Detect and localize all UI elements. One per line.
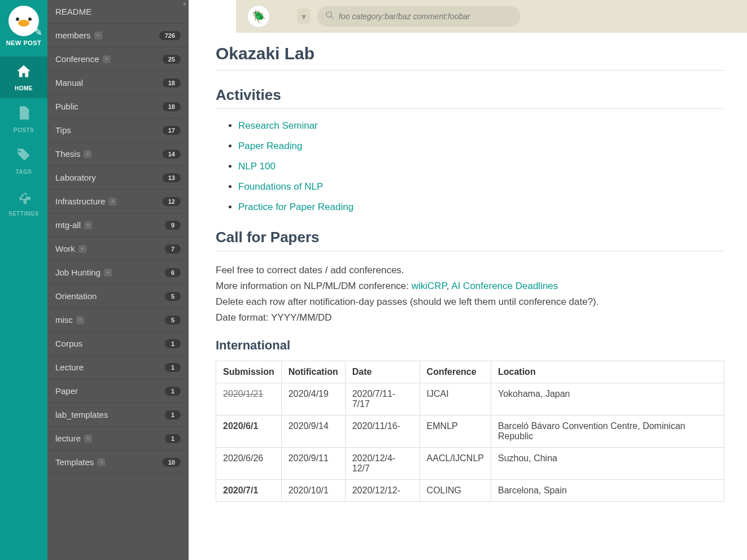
category-name: Paper	[55, 386, 78, 396]
plus-icon: +	[78, 245, 86, 253]
nav-label: TAGS	[15, 169, 32, 175]
wikicrp-link[interactable]: wikiCRP	[412, 281, 447, 291]
topbar: 🪲 ▾	[236, 0, 747, 33]
team-dropdown[interactable]: ▾	[297, 8, 311, 24]
category-item[interactable]: Paper 1	[47, 379, 189, 403]
ai-deadlines-link[interactable]: AI Conference Deadlines	[451, 281, 558, 291]
home-icon	[16, 63, 32, 83]
cell-location: Suzhou, China	[491, 448, 724, 480]
cfp-heading: Call for Papers	[216, 229, 724, 246]
category-name: Infrastructure +	[55, 196, 116, 206]
count-badge: 12	[163, 197, 181, 206]
tags-icon	[16, 147, 32, 167]
category-item[interactable]: Public 18	[47, 95, 189, 119]
scroll-up-arrow: ▲	[182, 0, 187, 6]
count-badge: 726	[159, 31, 181, 40]
count-badge: 14	[163, 150, 181, 159]
cfp-text-3: Delete each row after notification-day p…	[216, 294, 724, 310]
category-item[interactable]: members +726	[47, 24, 189, 47]
count-badge: 1	[165, 339, 181, 348]
category-name: Work +	[55, 244, 86, 253]
activity-link[interactable]: Paper Reading	[238, 141, 302, 151]
category-item[interactable]: Templates +10	[47, 450, 189, 474]
activity-item: Practice for Paper Reading	[238, 202, 724, 213]
category-name: Job Hunting +	[55, 268, 112, 277]
pencil-icon: ✎	[34, 26, 42, 38]
nav-label: SETTINGS	[8, 211, 39, 217]
plus-icon: +	[76, 316, 84, 324]
plus-icon: +	[104, 269, 112, 277]
category-item[interactable]: Manual 18	[47, 71, 189, 95]
table-row: 2020/6/1 2020/9/14 2020/11/16- EMNLP Bar…	[216, 415, 724, 448]
category-item[interactable]: lab_templates 1	[47, 403, 189, 427]
category-item[interactable]: Conference +25	[47, 47, 189, 71]
cell-notification: 2020/9/14	[281, 415, 345, 448]
category-name: Public	[55, 102, 78, 111]
table-header: Location	[491, 361, 724, 383]
nav-home[interactable]: HOME	[0, 56, 47, 98]
table-row: 2020/7/1 2020/10/1 2020/12/12- COLING Ba…	[216, 480, 724, 502]
search-icon	[325, 11, 334, 22]
category-item[interactable]: Lecture 1	[47, 356, 189, 379]
nav-posts[interactable]: POSTS	[0, 98, 47, 140]
category-item[interactable]: Thesis +14	[47, 142, 189, 166]
count-badge: 1	[165, 434, 181, 443]
table-header: Conference	[420, 361, 491, 383]
category-item[interactable]: misc +5	[47, 308, 189, 332]
category-item[interactable]: lecture +1	[47, 427, 189, 450]
cell-submission: 2020/6/26	[216, 448, 282, 480]
category-item[interactable]: mtg-all +9	[47, 213, 189, 237]
search-wrap[interactable]	[317, 6, 521, 27]
category-item[interactable]: Laboratory 13	[47, 166, 189, 190]
plus-icon: +	[84, 221, 92, 229]
table-header: Notification	[281, 361, 345, 383]
table-row: 2020/6/26 2020/9/11 2020/12/4-12/7 AACL/…	[216, 448, 724, 480]
activity-link[interactable]: Practice for Paper Reading	[238, 202, 353, 212]
count-badge: 1	[165, 363, 181, 372]
category-item[interactable]: Tips 17	[47, 119, 189, 142]
nav-label: HOME	[15, 85, 33, 91]
activities-heading: Activities	[216, 86, 724, 104]
category-item[interactable]: Infrastructure +12	[47, 190, 189, 213]
nav-tags[interactable]: TAGS	[0, 140, 47, 182]
category-item[interactable]: Work +7	[47, 237, 189, 261]
category-item[interactable]: README	[47, 0, 189, 24]
category-item[interactable]: Job Hunting +6	[47, 261, 189, 285]
activity-link[interactable]: Foundations of NLP	[238, 181, 323, 192]
category-name: Lecture	[55, 362, 84, 372]
gear-icon	[16, 189, 32, 208]
cell-submission: 2020/7/1	[216, 480, 282, 502]
category-name: Tips	[55, 125, 71, 135]
cfp-text-1: Feel free to correct dates / add confere…	[216, 262, 724, 278]
cell-notification: 2020/9/11	[281, 448, 345, 480]
plus-icon: +	[108, 198, 116, 205]
new-post-label: NEW POST	[6, 40, 42, 46]
category-sidebar[interactable]: ▲ README members +726Conference +25Manua…	[47, 0, 189, 560]
new-post-button[interactable]: ✎	[8, 6, 39, 36]
category-item[interactable]: Corpus 1	[47, 332, 189, 356]
cell-location: Barceló Bávaro Convention Centre, Domini…	[491, 415, 724, 448]
cell-date: 2020/7/11-7/17	[345, 383, 420, 415]
cell-notification: 2020/10/1	[281, 480, 345, 502]
activity-link[interactable]: Research Seminar	[238, 120, 318, 131]
category-name: Manual	[55, 78, 83, 88]
activity-item: Foundations of NLP	[238, 181, 724, 193]
count-badge: 1	[165, 387, 181, 396]
cell-date: 2020/11/16-	[345, 415, 420, 448]
cell-submission: 2020/1/21	[216, 383, 282, 415]
activity-item: NLP 100	[238, 161, 724, 172]
category-item[interactable]: Orientation 5	[47, 285, 189, 308]
activities-list: Research SeminarPaper ReadingNLP 100Foun…	[216, 120, 724, 213]
category-name: Corpus	[55, 339, 82, 348]
team-logo[interactable]: 🪲	[247, 5, 270, 28]
activity-item: Research Seminar	[238, 120, 724, 132]
search-input[interactable]	[339, 12, 513, 21]
category-name: mtg-all +	[55, 220, 92, 230]
count-badge: 6	[165, 268, 181, 277]
international-heading: International	[216, 338, 724, 353]
count-badge: 10	[163, 458, 181, 467]
nav-settings[interactable]: SETTINGS	[0, 182, 47, 224]
activity-link[interactable]: NLP 100	[238, 161, 276, 172]
cell-conference: AACL/IJCNLP	[420, 448, 491, 480]
plus-icon: +	[84, 150, 91, 158]
